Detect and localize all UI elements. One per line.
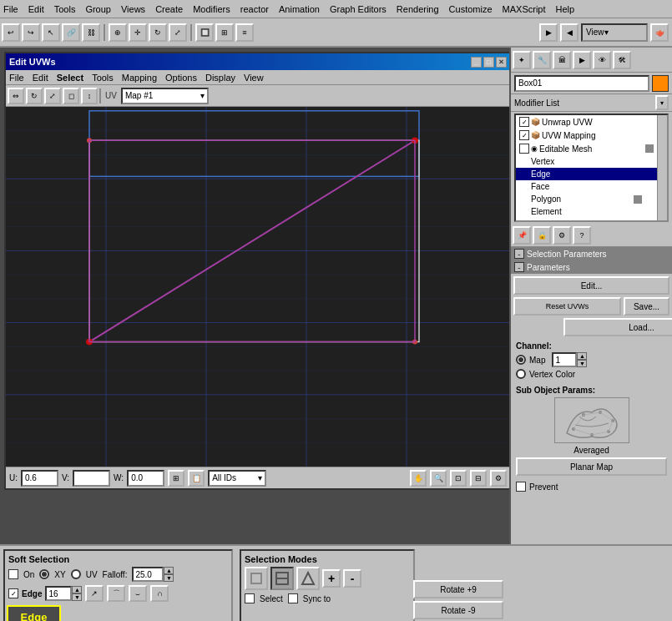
planar-map-button[interactable]: Planar Map xyxy=(516,457,667,476)
redo-icon[interactable]: ↪ xyxy=(22,23,40,42)
menu-maxscript[interactable]: MAXScript xyxy=(503,4,546,14)
select-checkbox[interactable] xyxy=(245,593,255,603)
hierarchy-icon[interactable]: 🏛 xyxy=(553,51,571,69)
align-icon[interactable]: ≡ xyxy=(235,23,254,42)
mirror-icon[interactable]: ⊞ xyxy=(215,23,234,42)
collapse-selection-btn[interactable]: - xyxy=(514,249,524,259)
uvw-menu-mapping[interactable]: Mapping xyxy=(122,73,157,83)
mode-icon-3[interactable] xyxy=(296,567,320,590)
minimize-button[interactable]: _ xyxy=(471,57,482,68)
menu-modifiers[interactable]: Modifiers xyxy=(193,4,230,14)
display-icon[interactable]: 👁 xyxy=(593,51,611,69)
edge-value-input[interactable] xyxy=(45,586,72,601)
teapot-icon[interactable]: 🫖 xyxy=(650,23,669,42)
reset-uvws-button[interactable]: Reset UVWs xyxy=(513,297,621,316)
falloff-down[interactable]: ▼ xyxy=(164,574,174,582)
w-input[interactable]: 0.0 xyxy=(127,470,164,487)
menu-edit[interactable]: Edit xyxy=(28,4,44,14)
menu-file[interactable]: File xyxy=(3,4,18,14)
uv-radio[interactable] xyxy=(71,569,81,579)
curve-btn-3[interactable]: ⌣ xyxy=(129,585,147,602)
tree-item-polygon[interactable]: Polygon xyxy=(516,193,657,205)
link-icon[interactable]: 🔗 xyxy=(62,23,80,42)
uvw-menu-display[interactable]: Display xyxy=(205,73,235,83)
edit-button[interactable]: Edit... xyxy=(513,276,669,295)
tree-item-element[interactable]: Element xyxy=(516,205,657,218)
pan-icon[interactable]: ✋ xyxy=(410,470,427,487)
channel-up[interactable]: ▲ xyxy=(577,352,587,360)
select-icon[interactable]: ↖ xyxy=(42,23,60,42)
tree-item-edge[interactable]: Edge xyxy=(516,168,657,180)
edge-up[interactable]: ▲ xyxy=(72,586,82,593)
edge-mode-button[interactable]: Edge xyxy=(7,605,61,621)
tree-item-uvwmapping[interactable]: ✓ 📦 UVW Mapping xyxy=(516,129,657,142)
help-icon[interactable]: ? xyxy=(573,226,591,245)
zoom-region-icon[interactable]: ⊟ xyxy=(470,470,487,487)
close-button[interactable]: ✕ xyxy=(496,57,507,68)
map-dropdown[interactable]: Map #1▾ xyxy=(121,88,209,104)
edge-down[interactable]: ▼ xyxy=(72,593,82,601)
create-icon[interactable]: ✦ xyxy=(513,51,531,69)
menu-graph-editors[interactable]: Graph Editors xyxy=(330,4,387,14)
v-input[interactable] xyxy=(73,470,110,487)
options-icon[interactable]: ⚙ xyxy=(490,470,507,487)
load-button[interactable]: Load... xyxy=(563,318,672,336)
uvw-menu-options[interactable]: Options xyxy=(165,73,197,83)
modifier-dropdown-arrow[interactable]: ▾ xyxy=(655,95,669,110)
settings-icon[interactable]: ⚙ xyxy=(553,226,571,245)
move-icon[interactable]: ✛ xyxy=(129,23,147,42)
tree-item-editable-mesh[interactable]: ◉ Editable Mesh xyxy=(516,142,657,155)
zoom-extents-icon[interactable]: ⊡ xyxy=(450,470,467,487)
pin-icon[interactable]: 📌 xyxy=(513,226,531,245)
sub-mode-btn[interactable]: - xyxy=(343,569,361,588)
tree-item-face[interactable]: Face xyxy=(516,180,657,193)
falloff-input[interactable] xyxy=(132,567,164,582)
color-swatch[interactable] xyxy=(652,75,669,92)
uv-move-icon[interactable]: ⇔ xyxy=(8,88,24,104)
menu-views[interactable]: Views xyxy=(121,4,145,14)
menu-help[interactable]: Help xyxy=(556,4,575,14)
motion-icon[interactable]: ▶ xyxy=(573,51,591,69)
collapse-params-btn[interactable]: - xyxy=(514,262,524,272)
channel-down[interactable]: ▼ xyxy=(577,360,587,367)
map-radio-btn[interactable] xyxy=(516,355,526,365)
tree-scrollbar[interactable] xyxy=(657,115,667,220)
menu-animation[interactable]: Animation xyxy=(279,4,320,14)
uvw-canvas[interactable] xyxy=(6,107,509,467)
uvw-menu-edit[interactable]: Edit xyxy=(33,73,48,83)
zoom-icon[interactable]: 🔍 xyxy=(430,470,447,487)
copy-btn[interactable]: ⊞ xyxy=(168,470,184,487)
curve-btn-2[interactable]: ⌒ xyxy=(107,585,125,602)
add-mode-btn[interactable]: + xyxy=(322,569,341,588)
uv-scale-icon[interactable]: ⤢ xyxy=(44,88,61,104)
menu-tools[interactable]: Tools xyxy=(54,4,76,14)
uvw-menu-tools[interactable]: Tools xyxy=(92,73,114,83)
render-icon[interactable]: ▶ xyxy=(539,23,558,42)
rotate-pos-button[interactable]: Rotate +9 xyxy=(413,580,503,598)
uvw-menu-view[interactable]: View xyxy=(244,73,264,83)
prevent-checkbox[interactable] xyxy=(516,482,526,492)
menu-create[interactable]: Create xyxy=(155,4,183,14)
menu-reactor[interactable]: reactor xyxy=(240,4,269,14)
curve-btn-4[interactable]: ∩ xyxy=(150,585,169,602)
falloff-up[interactable]: ▲ xyxy=(164,567,174,574)
edge-checkbox[interactable]: ✓ xyxy=(8,588,18,598)
modify-icon[interactable]: 🔧 xyxy=(533,51,551,69)
uv-mirror-h-icon[interactable]: ↕ xyxy=(81,88,98,104)
object-name-input[interactable] xyxy=(514,75,649,92)
paste-btn[interactable]: 📋 xyxy=(188,470,205,487)
quick-render-icon[interactable]: ◀ xyxy=(560,23,579,42)
lock-icon[interactable]: 🔒 xyxy=(533,226,551,245)
curve-btn-1[interactable]: ↗ xyxy=(85,585,104,602)
save-button[interactable]: Save... xyxy=(624,297,669,316)
maximize-button[interactable]: □ xyxy=(483,57,494,68)
channel-spinner[interactable]: ▲ ▼ xyxy=(552,352,587,367)
scale-icon[interactable]: ⤢ xyxy=(169,23,187,42)
menu-group[interactable]: Group xyxy=(85,4,111,14)
menu-customize[interactable]: Customize xyxy=(449,4,493,14)
transform-icon[interactable]: ⊕ xyxy=(109,23,127,42)
mode-icon-1[interactable] xyxy=(245,567,268,590)
bind-icon[interactable]: ⛓ xyxy=(82,23,100,42)
uvw-menu-select[interactable]: Select xyxy=(57,73,83,83)
ids-dropdown[interactable]: All IDs▾ xyxy=(208,470,266,487)
